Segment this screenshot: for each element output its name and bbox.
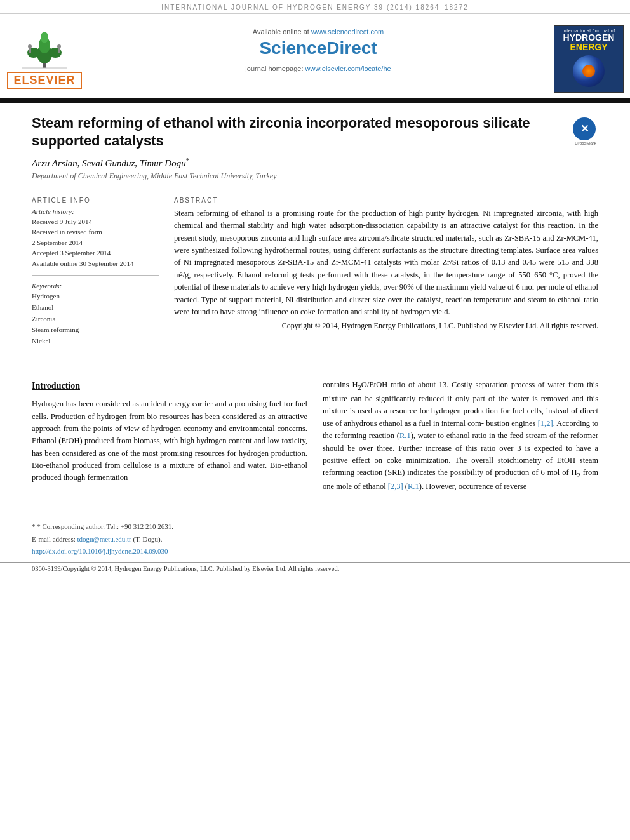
intro-right-col: contains H2O/EtOH ratio of about 13. Cos… (323, 379, 598, 493)
revised-date: 2 September 2014 (32, 237, 159, 248)
svg-rect-7 (29, 48, 31, 53)
svg-point-6 (28, 44, 32, 48)
doi-link[interactable]: http://dx.doi.org/10.1016/j.ijhydene.201… (32, 547, 168, 555)
introduction-section: Introduction Hydrogen has been considere… (32, 379, 598, 493)
elsevier-tree-icon (16, 29, 73, 70)
kw-nickel: Nickel (32, 336, 159, 347)
footnotes-section: * * Corresponding author. Tel.: +90 312 … (0, 517, 630, 557)
kw-steam-reforming: Steam reforming (32, 324, 159, 336)
he-title: HYDROGEN ENERGY (557, 33, 620, 53)
info-divider (32, 275, 159, 276)
author-asterisk: * (186, 157, 189, 164)
ref-2-3-link[interactable]: [2,3] (388, 482, 403, 491)
footnote-bottom-copyright: 0360-3199/Copyright © 2014, Hydrogen Ene… (0, 562, 630, 572)
svg-point-3 (41, 32, 48, 43)
authors-text: Arzu Arslan, Seval Gunduz, Timur Dogu (32, 158, 186, 168)
available-online-text: Available online at www.sciencedirect.co… (253, 28, 384, 36)
received-date: Received 9 July 2014 (32, 217, 159, 227)
header: ELSEVIER Available online at www.science… (0, 14, 630, 99)
hydrogen-energy-badge: International Journal of HYDROGEN ENERGY (554, 25, 624, 93)
elsevier-brand-label: ELSEVIER (7, 72, 81, 89)
he-circle-inner-graphic (582, 65, 595, 77)
ref-1-2-link[interactable]: [1,2] (538, 419, 553, 428)
article-history-group: Article history: Received 9 July 2014 Re… (32, 208, 159, 269)
journal-homepage-text: journal homepage: www.elsevier.com/locat… (245, 65, 391, 72)
introduction-title: Introduction (32, 379, 307, 393)
article-info-column: ARTICLE INFO Article history: Received 9… (32, 197, 159, 353)
elsevier-logo-area: ELSEVIER (0, 20, 89, 98)
svg-rect-9 (58, 48, 60, 53)
he-hydrogen-label: HYDROGEN (557, 33, 620, 43)
abstract-header: ABSTRACT (174, 197, 598, 204)
footnote-asterisk: * (32, 523, 37, 530)
sciencedirect-logo: ScienceDirect (259, 38, 377, 58)
abstract-column: ABSTRACT Steam reforming of ethanol is a… (174, 197, 598, 353)
intro-right-paragraph: contains H2O/EtOH ratio of about 13. Cos… (323, 379, 598, 493)
intro-left-paragraph: Hydrogen has been considered as an ideal… (32, 398, 307, 484)
intro-left-col: Introduction Hydrogen has been considere… (32, 379, 307, 493)
journal-homepage-link[interactable]: www.elsevier.com/locate/he (305, 65, 391, 72)
abstract-copyright: Copyright © 2014, Hydrogen Energy Public… (174, 321, 598, 331)
journal-bar-text: INTERNATIONAL JOURNAL OF HYDROGEN ENERGY… (161, 4, 469, 11)
ref-r1-link[interactable]: R.1 (399, 431, 411, 440)
header-center: Available online at www.sciencedirect.co… (89, 20, 547, 98)
footnote-doi: http://dx.doi.org/10.1016/j.ijhydene.201… (32, 546, 598, 557)
revised-label: Received in revised form (32, 227, 159, 237)
he-energy-label: ENERGY (557, 43, 620, 52)
article-info-header: ARTICLE INFO (32, 197, 159, 204)
title-divider (32, 190, 598, 190)
hydrogen-energy-badge-area: International Journal of HYDROGEN ENERGY (547, 20, 630, 98)
available-online: Available online 30 September 2014 (32, 258, 159, 269)
issn-copyright-text: 0360-3199/Copyright © 2014, Hydrogen Ene… (32, 565, 339, 572)
authors-line: Arzu Arslan, Seval Gunduz, Timur Dogu* (32, 157, 598, 169)
footnote-email: E-mail address: tdogu@metu.edu.tr (T. Do… (32, 534, 598, 545)
corresponding-label: * Corresponding author. (37, 523, 105, 530)
keywords-group: Keywords: Hydrogen Ethanol Zirconia Stea… (32, 282, 159, 347)
journal-bar: INTERNATIONAL JOURNAL OF HYDROGEN ENERGY… (0, 0, 630, 14)
accepted-date: Accepted 3 September 2014 (32, 248, 159, 258)
email-label: E-mail address: (32, 535, 76, 543)
kw-hydrogen: Hydrogen (32, 291, 159, 302)
kw-zirconia: Zirconia (32, 314, 159, 325)
crossmark-area: ✕ CrossMark (573, 117, 598, 145)
sciencedirect-url-link[interactable]: www.sciencedirect.com (311, 28, 384, 36)
he-circle-graphic (573, 55, 605, 87)
footnote-tel: Tel.: +90 312 210 2631. (106, 523, 173, 530)
kw-ethanol: Ethanol (32, 302, 159, 314)
footnote-corresponding: * * Corresponding author. Tel.: +90 312 … (32, 521, 598, 532)
main-content: Steam reforming of ethanol with zirconia… (0, 103, 630, 505)
article-title: Steam reforming of ethanol with zirconia… (32, 114, 563, 150)
affiliation-text: Department of Chemical Engineering, Midd… (32, 171, 598, 181)
email-name: (T. Dogu). (133, 535, 163, 543)
crossmark-badge: ✕ (573, 117, 596, 140)
article-title-section: Steam reforming of ethanol with zirconia… (32, 114, 598, 150)
ref-r1b-link[interactable]: R.1 (408, 482, 419, 491)
article-info-abstract-section: ARTICLE INFO Article history: Received 9… (32, 197, 598, 353)
section-divider (32, 366, 598, 366)
svg-point-8 (57, 44, 61, 48)
history-label: Article history: (32, 208, 159, 215)
keywords-label: Keywords: (32, 282, 159, 290)
crossmark-label: CrossMark (573, 141, 598, 145)
email-link[interactable]: tdogu@metu.edu.tr (77, 535, 131, 543)
abstract-text: Steam reforming of ethanol is a promisin… (174, 208, 598, 318)
